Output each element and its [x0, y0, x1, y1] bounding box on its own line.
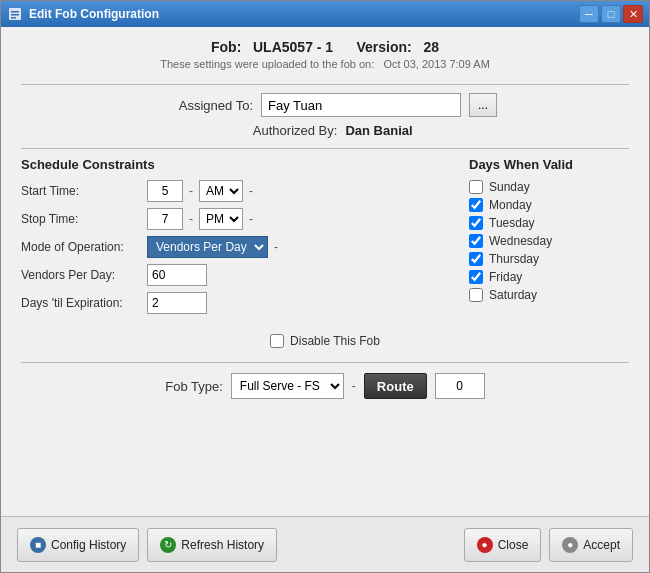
disable-fob-checkbox[interactable] — [270, 334, 284, 348]
authorized-by-row: Authorized By: Dan Banial — [237, 123, 412, 138]
footer-left-buttons: ■ Config History ↻ Refresh History — [17, 528, 277, 562]
mode-row: Mode of Operation: Vendors Per Day Unlim… — [21, 236, 439, 258]
days-expiry-label: Days 'til Expiration: — [21, 296, 141, 310]
day-wednesday-checkbox[interactable] — [469, 234, 483, 248]
mode-select[interactable]: Vendors Per Day Unlimited Per Visit — [147, 236, 268, 258]
refresh-history-button[interactable]: ↻ Refresh History — [147, 528, 277, 562]
start-time-label: Start Time: — [21, 184, 141, 198]
window-icon — [7, 6, 23, 22]
mode-arrow: - — [274, 240, 278, 254]
day-sunday-checkbox[interactable] — [469, 180, 483, 194]
config-history-icon: ■ — [30, 537, 46, 553]
start-time-row: Start Time: - AM PM - — [21, 180, 439, 202]
disable-fob-row: Disable This Fob — [21, 334, 629, 348]
title-controls: ─ □ ✕ — [579, 5, 643, 23]
schedule-title: Schedule Constraints — [21, 157, 439, 172]
day-tuesday-label: Tuesday — [489, 216, 535, 230]
restore-button[interactable]: □ — [601, 5, 621, 23]
upload-date: Oct 03, 2013 7:09 AM — [383, 58, 489, 70]
assigned-to-label: Assigned To: — [153, 98, 253, 113]
header-divider — [21, 84, 629, 85]
day-saturday-row: Saturday — [469, 288, 629, 302]
close-button[interactable]: ● Close — [464, 528, 542, 562]
minimize-button[interactable]: ─ — [579, 5, 599, 23]
close-label: Close — [498, 538, 529, 552]
config-history-label: Config History — [51, 538, 126, 552]
version-value: 28 — [423, 39, 439, 55]
vendors-row: Vendors Per Day: — [21, 264, 439, 286]
day-thursday-checkbox[interactable] — [469, 252, 483, 266]
day-wednesday-label: Wednesday — [489, 234, 552, 248]
assigned-to-input[interactable] — [261, 93, 461, 117]
version-label: Version: — [357, 39, 412, 55]
day-wednesday-row: Wednesday — [469, 234, 629, 248]
svg-rect-1 — [11, 11, 19, 13]
fob-title-row: Fob: ULA5057 - 1 Version: 28 — [21, 39, 629, 55]
svg-rect-2 — [11, 14, 19, 16]
start-time-input[interactable] — [147, 180, 183, 202]
fob-header: Fob: ULA5057 - 1 Version: 28 These setti… — [21, 39, 629, 70]
route-input[interactable] — [435, 373, 485, 399]
day-thursday-row: Thursday — [469, 252, 629, 266]
days-section: Days When Valid Sunday Monday Tuesday We… — [469, 157, 629, 320]
fob-id: ULA5057 - 1 — [253, 39, 333, 55]
fob-label: Fob: — [211, 39, 241, 55]
stop-time-input[interactable] — [147, 208, 183, 230]
mode-label: Mode of Operation: — [21, 240, 141, 254]
fob-type-row: Fob Type: Full Serve - FS Self Serve - S… — [21, 373, 629, 399]
accept-label: Accept — [583, 538, 620, 552]
vendors-label: Vendors Per Day: — [21, 268, 141, 282]
main-window: Edit Fob Configuration ─ □ ✕ Fob: ULA505… — [0, 0, 650, 573]
day-thursday-label: Thursday — [489, 252, 539, 266]
browse-button[interactable]: ... — [469, 93, 497, 117]
authorized-by-value: Dan Banial — [345, 123, 412, 138]
day-monday-checkbox[interactable] — [469, 198, 483, 212]
stop-time-ampm-select[interactable]: AM PM — [199, 208, 243, 230]
title-bar: Edit Fob Configuration ─ □ ✕ — [1, 1, 649, 27]
day-tuesday-row: Tuesday — [469, 216, 629, 230]
fob-type-arrow: - — [352, 379, 356, 393]
assigned-to-row: Assigned To: ... — [153, 93, 497, 117]
footer-right-buttons: ● Close ● Accept — [464, 528, 633, 562]
days-expiry-row: Days 'til Expiration: — [21, 292, 439, 314]
close-window-button[interactable]: ✕ — [623, 5, 643, 23]
vendors-input[interactable] — [147, 264, 207, 286]
fob-type-divider — [21, 362, 629, 363]
day-saturday-label: Saturday — [489, 288, 537, 302]
config-history-button[interactable]: ■ Config History — [17, 528, 139, 562]
day-saturday-checkbox[interactable] — [469, 288, 483, 302]
stop-time-sep: - — [189, 212, 193, 226]
title-bar-left: Edit Fob Configuration — [7, 6, 159, 22]
days-title: Days When Valid — [469, 157, 629, 172]
disable-fob-label: Disable This Fob — [290, 334, 380, 348]
route-button[interactable]: Route — [364, 373, 427, 399]
accept-button[interactable]: ● Accept — [549, 528, 633, 562]
footer: ■ Config History ↻ Refresh History ● Clo… — [1, 516, 649, 572]
day-tuesday-checkbox[interactable] — [469, 216, 483, 230]
content-area: Fob: ULA5057 - 1 Version: 28 These setti… — [1, 27, 649, 516]
subtitle-text: These settings were uploaded to the fob … — [160, 58, 374, 70]
stop-ampm-arrow: - — [249, 212, 253, 226]
day-monday-label: Monday — [489, 198, 532, 212]
day-friday-checkbox[interactable] — [469, 270, 483, 284]
close-icon: ● — [477, 537, 493, 553]
svg-rect-3 — [11, 17, 16, 19]
fob-type-label: Fob Type: — [165, 379, 223, 394]
accept-icon: ● — [562, 537, 578, 553]
assigned-section: Assigned To: ... Authorized By: Dan Bani… — [21, 93, 629, 138]
day-friday-label: Friday — [489, 270, 522, 284]
fob-type-select[interactable]: Full Serve - FS Self Serve - SS Prepay — [231, 373, 344, 399]
day-sunday-label: Sunday — [489, 180, 530, 194]
schedule-section: Schedule Constraints Start Time: - AM PM… — [21, 157, 439, 320]
window-title: Edit Fob Configuration — [29, 7, 159, 21]
fob-subtitle: These settings were uploaded to the fob … — [21, 58, 629, 70]
stop-time-row: Stop Time: - AM PM - — [21, 208, 439, 230]
start-ampm-arrow: - — [249, 184, 253, 198]
day-monday-row: Monday — [469, 198, 629, 212]
day-sunday-row: Sunday — [469, 180, 629, 194]
section-divider — [21, 148, 629, 149]
days-expiry-input[interactable] — [147, 292, 207, 314]
start-time-ampm-select[interactable]: AM PM — [199, 180, 243, 202]
main-section: Schedule Constraints Start Time: - AM PM… — [21, 157, 629, 320]
authorized-by-label: Authorized By: — [237, 123, 337, 138]
